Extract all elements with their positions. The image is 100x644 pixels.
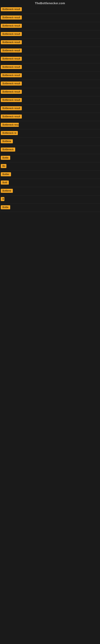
results-list: Bottleneck resultBottleneck resultBottle… xyxy=(0,6,100,212)
site-header: TheBottlenecker.com xyxy=(0,0,100,6)
bottleneck-badge[interactable]: Bottleneck result xyxy=(1,90,22,94)
list-item[interactable]: B xyxy=(0,196,100,204)
list-item[interactable]: Bottlene xyxy=(0,138,100,146)
bottleneck-badge[interactable]: Bottleneck result xyxy=(1,40,22,44)
bottleneck-badge[interactable]: Bottlene xyxy=(1,189,13,193)
list-item[interactable]: Bottleneck result xyxy=(0,113,100,121)
list-item[interactable]: Bottleneck result xyxy=(0,39,100,47)
list-item[interactable]: Bottle xyxy=(0,204,100,212)
bottleneck-badge[interactable]: Bottleneck result xyxy=(1,48,22,52)
bottleneck-badge[interactable]: Bottleneck result xyxy=(1,82,22,86)
bottleneck-badge[interactable]: Bottleneck re xyxy=(1,131,18,135)
list-item[interactable]: Bottleneck result xyxy=(0,64,100,72)
list-item[interactable]: Bottleneck result xyxy=(0,121,100,130)
list-item[interactable]: Bottleneck result xyxy=(0,72,100,80)
bottleneck-badge[interactable]: Bottleneck result xyxy=(1,98,22,102)
bottleneck-badge[interactable]: Bottle xyxy=(1,205,10,209)
list-item[interactable]: Bottlene xyxy=(0,187,100,196)
list-item[interactable]: Bottleneck result xyxy=(0,14,100,22)
bottleneck-badge[interactable]: Bottleneck result xyxy=(1,7,22,11)
list-item[interactable]: Bottleneck xyxy=(0,146,100,154)
bottleneck-badge[interactable]: Bottleneck result xyxy=(1,32,22,36)
bottleneck-badge[interactable]: Bo xyxy=(1,164,6,168)
page-container: TheBottlenecker.com Bottleneck resultBot… xyxy=(0,0,100,212)
bottleneck-badge[interactable]: Bottlene xyxy=(1,139,13,143)
bottleneck-badge[interactable]: Bottleneck result xyxy=(1,106,22,110)
bottleneck-badge[interactable]: Bottleneck result xyxy=(1,73,22,77)
list-item[interactable]: Bo xyxy=(0,162,100,171)
bottleneck-badge[interactable]: Bottle xyxy=(1,156,10,160)
list-item[interactable]: Bottler xyxy=(0,171,100,179)
list-item[interactable]: Bottleneck result xyxy=(0,55,100,64)
bottleneck-badge[interactable]: Bottleneck result xyxy=(1,24,22,28)
list-item[interactable]: Bottleneck result xyxy=(0,96,100,105)
list-item[interactable]: Bottleneck result xyxy=(0,88,100,96)
list-item[interactable]: Bottle xyxy=(0,154,100,162)
bottleneck-badge[interactable]: Bottleneck result xyxy=(1,65,22,69)
list-item[interactable]: Bottleneck result xyxy=(0,30,100,39)
bottleneck-badge[interactable]: Bottl xyxy=(1,180,9,184)
list-item[interactable]: Bottleneck re xyxy=(0,130,100,138)
list-item[interactable]: Bottleneck result xyxy=(0,80,100,88)
list-item[interactable]: Bottleneck result xyxy=(0,22,100,30)
list-item[interactable]: Bottl xyxy=(0,179,100,187)
bottleneck-badge[interactable]: Bottleneck xyxy=(1,148,15,152)
list-item[interactable]: Bottleneck result xyxy=(0,105,100,113)
site-title: TheBottlenecker.com xyxy=(0,0,100,6)
bottleneck-badge[interactable]: B xyxy=(1,197,4,201)
list-item[interactable]: Bottleneck result xyxy=(0,47,100,55)
bottleneck-badge[interactable]: Bottleneck result xyxy=(1,114,22,118)
bottleneck-badge[interactable]: Bottler xyxy=(1,172,11,176)
list-item[interactable]: Bottleneck result xyxy=(0,6,100,14)
bottleneck-badge[interactable]: Bottleneck result xyxy=(1,16,22,20)
bottleneck-badge[interactable]: Bottleneck result xyxy=(1,57,22,61)
bottleneck-badge[interactable]: Bottleneck result xyxy=(1,123,19,127)
